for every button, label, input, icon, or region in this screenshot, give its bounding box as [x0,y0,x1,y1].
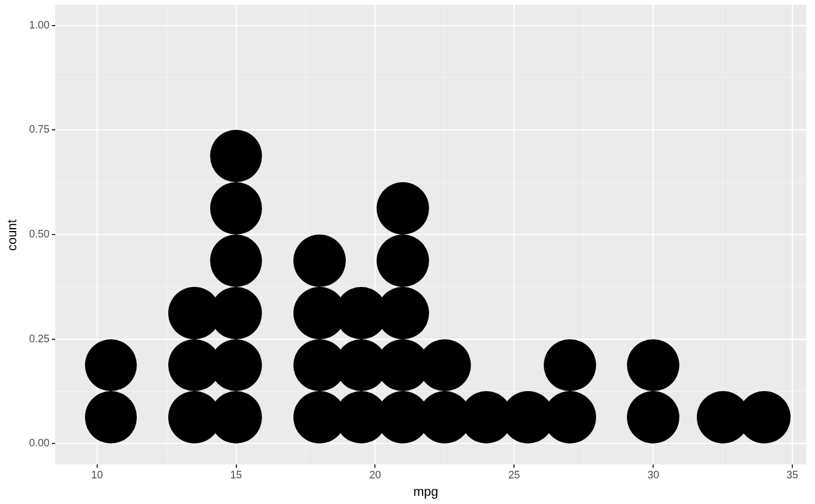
gridline-y-minor [55,182,806,183]
dot [544,339,596,392]
x-tick [97,464,98,468]
dot [210,235,263,287]
y-axis-title: count [5,219,20,251]
gridline-y-minor [55,77,806,78]
y-tick-label: 0.50 [29,228,49,240]
x-tick-label: 15 [225,469,248,481]
gridline-y-major [55,339,806,340]
dot [627,339,679,392]
y-tick [52,339,55,340]
dot [419,339,471,392]
dot [210,130,263,182]
dot [377,287,429,339]
y-tick-label: 0.25 [29,333,49,345]
gridline-y-major [55,25,806,26]
x-tick-label: 35 [781,469,804,481]
dot [627,391,679,443]
x-tick-label: 20 [363,469,387,481]
y-tick-label: 1.00 [29,19,49,31]
x-axis-title: mpg [413,484,438,499]
y-tick [52,25,55,26]
gridline-y-major [55,129,806,130]
dot [210,339,263,392]
dot [293,235,346,287]
y-tick [52,234,55,235]
gridline-y-minor [55,391,806,392]
x-tick [513,464,515,468]
dot [210,287,263,339]
y-tick-label: 0.75 [29,123,49,136]
dot [544,391,596,443]
x-tick-label: 30 [642,469,665,481]
y-tick-label: 0.00 [29,437,49,449]
x-tick [236,464,237,468]
dot [85,339,137,392]
dot [377,182,429,235]
dot [738,391,791,443]
x-tick [792,464,793,468]
x-tick [374,464,375,468]
y-tick [52,443,55,444]
x-tick-label: 10 [86,469,109,481]
y-tick [52,129,55,130]
dot [85,391,137,443]
gridline-y-major [55,443,806,444]
x-tick-label: 25 [502,469,526,481]
gridline-y-minor [55,286,806,287]
dot [210,391,263,443]
dot [210,182,263,235]
dot [377,235,429,287]
x-tick [653,464,654,468]
chart-container: mpg count 1015202530350.000.250.500.751.… [0,0,815,504]
gridline-y-major [55,234,806,235]
